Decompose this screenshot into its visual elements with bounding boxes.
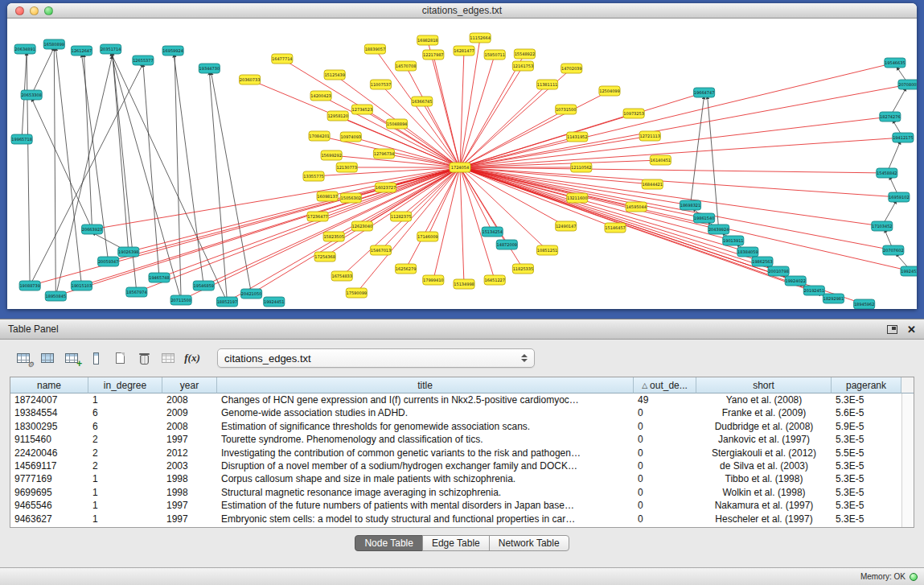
graph-node[interactable]: 14872009 [496, 240, 517, 249]
graph-node[interactable]: 20439924 [708, 225, 729, 234]
cell-name[interactable]: 19384554 [10, 406, 88, 419]
graph-node[interactable]: 15146457 [605, 223, 626, 233]
memory-status-indicator[interactable] [910, 573, 918, 581]
graph-node[interactable]: 15134254 [482, 227, 503, 237]
cell-short[interactable]: Franke et al. (2009) [696, 406, 832, 419]
graph-node[interactable]: 16477714 [272, 54, 293, 64]
graph-node[interactable]: 18839057 [364, 44, 385, 54]
graph-node[interactable]: 12490147 [556, 221, 577, 231]
graph-node[interactable]: 17236477 [307, 212, 328, 221]
tab-node-table[interactable]: Node Table [355, 535, 423, 551]
table-row[interactable]: 969969511998Structural magnetic resonanc… [10, 486, 914, 499]
cell-year[interactable]: 1998 [162, 472, 217, 485]
cell-year[interactable]: 2009 [162, 406, 217, 419]
cell-out_degree[interactable]: 0 [634, 447, 696, 459]
graph-node[interactable]: 19013911 [723, 236, 744, 245]
graph-node[interactable]: 16982818 [417, 35, 438, 45]
graph-node[interactable]: 17999410 [423, 275, 444, 285]
graph-node[interactable]: 12504099 [599, 86, 620, 96]
column-header-out_degree[interactable]: △out_de... [634, 377, 696, 393]
cell-out_degree[interactable]: 0 [634, 433, 696, 446]
graph-node[interactable]: 19026398 [118, 247, 139, 257]
graph-node[interactable]: 18950845 [45, 291, 66, 301]
graph-node[interactable]: 10973253 [623, 109, 644, 118]
cell-out_degree[interactable]: 0 [634, 406, 696, 419]
graph-node[interactable]: 12110562 [571, 163, 592, 172]
cell-pagerank[interactable]: 5.3E-5 [832, 486, 901, 499]
cell-in_degree[interactable]: 1 [88, 499, 162, 512]
cell-year[interactable]: 2003 [162, 459, 217, 472]
table-row[interactable]: 2242004622012Investigating the contribut… [10, 447, 914, 459]
zoom-window-button[interactable] [44, 6, 53, 15]
cell-name[interactable]: 22420046 [10, 447, 88, 459]
row-options-icon[interactable] [84, 348, 108, 369]
cell-out_degree[interactable]: 0 [634, 459, 696, 472]
cell-year[interactable]: 1998 [162, 486, 217, 499]
graph-node[interactable]: 12130773 [336, 163, 357, 172]
cell-title[interactable]: Changes of HCN gene expression and I(f) … [217, 393, 634, 406]
cell-title[interactable]: Corpus callosum shape and size in male p… [217, 472, 634, 485]
graph-node[interactable]: 20351714 [101, 44, 121, 54]
cell-pagerank[interactable]: 5.3E-5 [832, 513, 901, 525]
cell-title[interactable]: Estimation of the future numbers of pati… [217, 499, 634, 512]
graph-node[interactable]: 20059347 [98, 257, 119, 266]
cell-pagerank[interactable]: 5.3E-5 [832, 459, 901, 472]
graph-node[interactable]: 14200423 [310, 91, 331, 101]
graph-node[interactable]: 19924022 [785, 276, 806, 286]
graph-node[interactable]: 15056302 [340, 193, 361, 203]
delete-table-icon[interactable] [132, 348, 156, 369]
graph-node[interactable]: 15458842 [877, 168, 897, 178]
cell-out_degree[interactable]: 0 [634, 499, 696, 512]
cell-out_degree[interactable]: 0 [634, 513, 696, 525]
column-header-year[interactable]: year [162, 377, 217, 393]
float-panel-icon[interactable] [887, 325, 897, 334]
table-row[interactable]: 1872400712008Changes of HCN gene express… [10, 393, 914, 406]
tab-edge-table[interactable]: Edge Table [422, 535, 490, 551]
graph-node[interactable]: 20707602 [883, 245, 904, 255]
cell-short[interactable]: Jankovic et al. (1997) [696, 433, 832, 446]
graph-node[interactable]: 20192451 [803, 286, 824, 295]
graph-node[interactable]: 12796734 [373, 149, 394, 159]
cell-name[interactable]: 9699695 [10, 486, 88, 499]
cell-year[interactable]: 2012 [162, 447, 217, 459]
graph-node[interactable]: 18698321 [680, 200, 700, 210]
table-row[interactable]: 1456911722003Disruption of a novel membe… [10, 459, 914, 472]
graph-node[interactable]: 15823505 [323, 232, 344, 241]
graph-node[interactable]: 12655377 [133, 56, 154, 65]
graph-node[interactable]: 12612647 [71, 46, 92, 56]
graph-node[interactable]: 19664747 [694, 88, 715, 97]
graph-node[interactable]: 17103452 [872, 221, 893, 231]
cell-pagerank[interactable]: 5.9E-5 [832, 420, 901, 433]
cell-short[interactable]: Nakamura et al. (1997) [696, 499, 832, 512]
cell-out_degree[interactable]: 0 [634, 472, 696, 485]
table-row[interactable]: 977716911998Corpus callosum shape and si… [10, 472, 914, 485]
graph-node[interactable]: 16959102 [889, 192, 910, 202]
column-header-name[interactable]: name [10, 377, 88, 393]
graph-node[interactable]: 17084201 [309, 131, 330, 141]
cell-in_degree[interactable]: 2 [88, 459, 162, 472]
graph-node[interactable]: 20010798 [768, 266, 789, 276]
cell-in_degree[interactable]: 2 [88, 447, 162, 459]
graph-node[interactable]: 20663923 [81, 225, 102, 234]
graph-node[interactable]: 18567974 [126, 287, 147, 297]
graph-node[interactable]: 10974093 [340, 132, 361, 142]
graph-node[interactable]: 15125439 [324, 70, 345, 80]
graph-node[interactable]: 20634891 [14, 44, 35, 54]
graph-node[interactable]: 20360733 [240, 75, 261, 84]
graph-node[interactable]: 1724054 [450, 163, 470, 172]
graph-node[interactable]: 18384059 [737, 247, 758, 257]
column-header-pagerank[interactable]: pagerank [832, 377, 901, 393]
cell-in_degree[interactable]: 1 [88, 393, 162, 406]
cell-name[interactable]: 9115460 [10, 433, 88, 446]
graph-node[interactable]: 18292981 [823, 294, 844, 303]
cell-in_degree[interactable]: 2 [88, 433, 162, 446]
graph-node[interactable]: 16754833 [331, 271, 352, 281]
cell-year[interactable]: 2008 [162, 420, 217, 433]
cell-pagerank[interactable]: 5.3E-5 [832, 472, 901, 485]
graph-node[interactable]: 14702039 [561, 64, 582, 73]
import-table-icon[interactable] [156, 348, 180, 369]
column-header-title[interactable]: title [217, 377, 634, 393]
graph-node[interactable]: 15548922 [514, 49, 535, 59]
graph-node[interactable]: 16140451 [650, 155, 671, 165]
function-builder-icon[interactable]: f(x) [180, 348, 204, 369]
